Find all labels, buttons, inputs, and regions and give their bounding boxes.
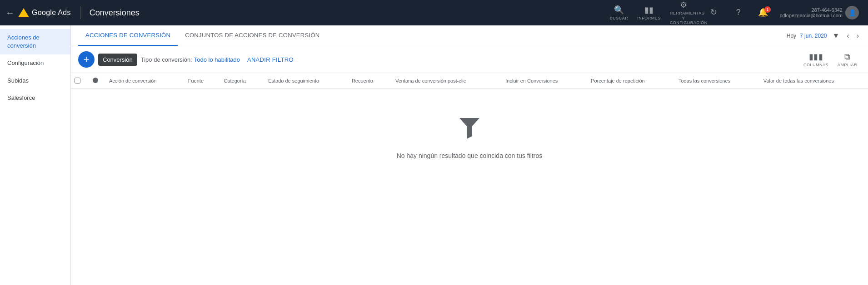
funnel-icon: [459, 116, 480, 145]
expand-icon: ⧉: [844, 52, 851, 62]
select-all-checkbox[interactable]: [75, 78, 80, 84]
filter-chip: Tipo de conversión: Todo lo habilitado: [141, 56, 240, 63]
tab-acciones[interactable]: ACCIONES DE CONVERSIÓN: [78, 25, 178, 46]
th-accion: Acción de conversión: [104, 73, 183, 89]
th-checkbox: [71, 73, 87, 89]
columns-label: COLUMNAS: [803, 63, 828, 67]
empty-state-row: No hay ningún resultado que coincida con…: [71, 89, 868, 187]
tabs-left: ACCIONES DE CONVERSIÓN CONJUNTOS DE ACCI…: [78, 25, 327, 46]
tab-conjuntos[interactable]: CONJUNTOS DE ACCIONES DE CONVERSIÓN: [178, 25, 327, 46]
reports-label: INFORMES: [637, 16, 661, 20]
sidebar-item-salesforce[interactable]: Salesforce: [0, 89, 70, 107]
date-value: 7 jun. 2020: [800, 33, 827, 39]
empty-message: No hay ningún resultado que coincida con…: [397, 152, 543, 159]
date-next-button[interactable]: ›: [855, 31, 861, 41]
th-incluir: Incluir en Conversiones: [500, 73, 585, 89]
help-button[interactable]: ?: [727, 6, 750, 20]
toolbar: + Conversión Tipo de conversión: Todo lo…: [71, 46, 868, 73]
sidebar-item-acciones[interactable]: Acciones de conversión: [0, 29, 70, 54]
nav-divider: [80, 6, 80, 19]
refresh-button[interactable]: ↻: [703, 5, 725, 20]
tools-icon: ⚙: [680, 0, 687, 10]
logo-triangle-icon: [18, 8, 29, 17]
notification-count: 1: [764, 6, 771, 13]
user-email: cdlopezgarcia@hotmail.com: [780, 13, 843, 18]
main-content: ACCIONES DE CONVERSIÓN CONJUNTOS DE ACCI…: [71, 25, 868, 285]
add-conversion-button[interactable]: +: [78, 51, 95, 68]
expand-button[interactable]: ⧉ AMPLIAR: [834, 50, 861, 69]
user-phone: 287-464-6342: [811, 7, 843, 13]
status-dot: [93, 78, 98, 83]
back-button[interactable]: ←: [5, 8, 15, 18]
google-ads-logo: Google Ads: [18, 8, 71, 17]
date-label: Hoy: [787, 33, 796, 39]
date-prev-button[interactable]: ‹: [845, 31, 851, 41]
conversions-table: Acción de conversión Fuente Categoría Es…: [71, 73, 868, 187]
reports-icon: ▮▮: [644, 5, 653, 15]
add-filter-button[interactable]: AÑADIR FILTRO: [244, 54, 297, 65]
reports-button[interactable]: ▮▮ INFORMES: [634, 3, 664, 22]
th-ventana: Ventana de conversión post-clic: [390, 73, 500, 89]
table-container: Acción de conversión Fuente Categoría Es…: [71, 73, 868, 285]
page-title: Conversiones: [90, 8, 140, 18]
th-fuente: Fuente: [183, 73, 219, 89]
help-icon: ?: [736, 8, 741, 17]
user-info[interactable]: 287-464-6342 cdlopezgarcia@hotmail.com 👤: [776, 4, 863, 21]
date-range-control: Hoy 7 jun. 2020 ▼ ‹ ›: [787, 31, 861, 41]
sidebar-item-subidas[interactable]: Subidas: [0, 72, 70, 89]
top-navigation: ← Google Ads Conversiones 🔍 BUSCAR ▮▮ IN…: [0, 0, 868, 25]
tools-button[interactable]: ⚙ HERRAMIENTAS Y CONFIGURACIÓN: [666, 0, 701, 27]
nav-left: ← Google Ads Conversiones: [5, 6, 603, 19]
notifications-button[interactable]: 🔔 1: [752, 5, 774, 20]
table-header-row: Acción de conversión Fuente Categoría Es…: [71, 73, 868, 89]
filter-value[interactable]: Todo lo habilitado: [194, 56, 240, 63]
nav-right: 🔍 BUSCAR ▮▮ INFORMES ⚙ HERRAMIENTAS Y CO…: [606, 0, 863, 27]
th-valor: Valor de todas las conversiones: [758, 73, 868, 89]
th-todas-conv: Todas las conversiones: [673, 73, 758, 89]
th-estado: Estado de seguimiento: [263, 73, 346, 89]
th-categoria: Categoría: [218, 73, 263, 89]
sidebar: Acciones de conversión Configuración Sub…: [0, 25, 71, 285]
th-porcentaje: Porcentaje de repetición: [585, 73, 673, 89]
toolbar-right: ▮▮▮ COLUMNAS ⧉ AMPLIAR: [800, 50, 861, 69]
sidebar-item-configuracion[interactable]: Configuración: [0, 54, 70, 72]
search-icon: 🔍: [614, 5, 624, 15]
filter-prefix: Tipo de conversión:: [141, 56, 192, 63]
refresh-icon: ↻: [710, 7, 717, 17]
logo-text: Google Ads: [32, 9, 71, 17]
columns-button[interactable]: ▮▮▮ COLUMNAS: [800, 50, 832, 69]
main-layout: Acciones de conversión Configuración Sub…: [0, 25, 868, 285]
conversion-tooltip: Conversión: [98, 54, 137, 66]
search-button[interactable]: 🔍 BUSCAR: [606, 3, 632, 22]
expand-label: AMPLIAR: [838, 63, 857, 67]
th-recuento: Recuento: [346, 73, 390, 89]
th-status: [87, 73, 104, 89]
empty-state: No hay ningún resultado que coincida con…: [71, 89, 868, 187]
search-label: BUSCAR: [610, 16, 629, 20]
columns-icon: ▮▮▮: [809, 52, 823, 62]
date-dropdown-button[interactable]: ▼: [831, 31, 842, 41]
tabs-bar: ACCIONES DE CONVERSIÓN CONJUNTOS DE ACCI…: [71, 25, 868, 46]
avatar: 👤: [845, 6, 859, 20]
tools-label: HERRAMIENTAS Y CONFIGURACIÓN: [670, 11, 697, 25]
